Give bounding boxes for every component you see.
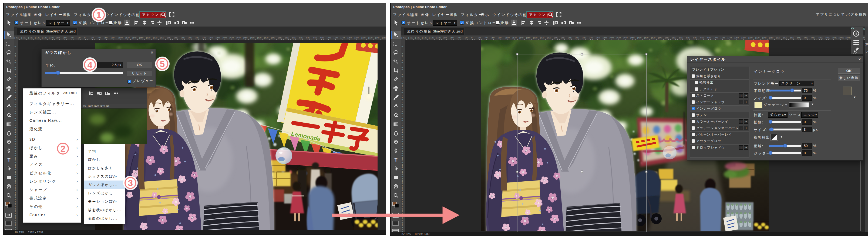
svg-text:T: T [7, 157, 10, 163]
svg-text:T: T [395, 157, 398, 163]
